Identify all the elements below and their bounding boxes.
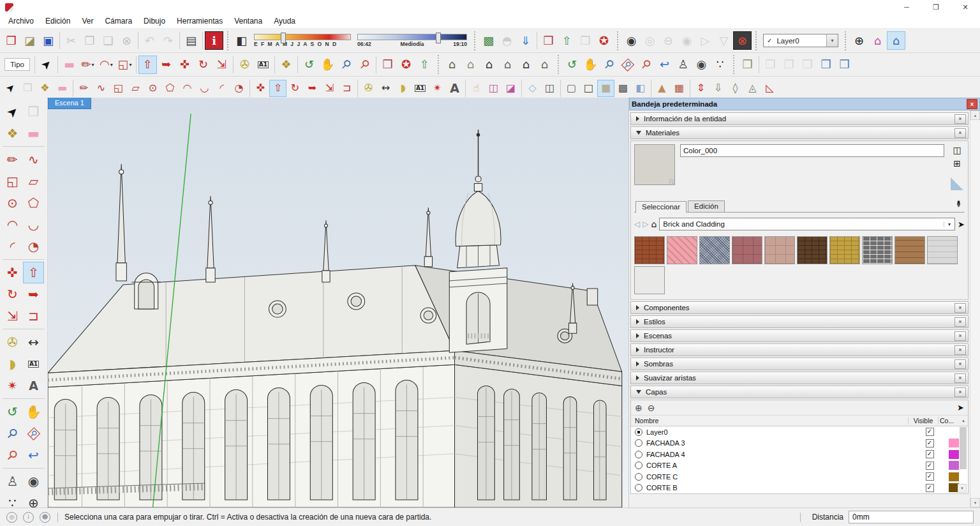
add-building-button[interactable]: ⇓: [516, 31, 535, 50]
menu-herramientas[interactable]: Herramientas: [171, 17, 228, 26]
section-close-button[interactable]: ×: [954, 373, 966, 383]
redo-button[interactable]: ↷: [159, 31, 177, 50]
minimize-button[interactable]: ─: [892, 0, 921, 14]
freehand-button[interactable]: ∿: [93, 80, 110, 97]
create-material-button[interactable]: ⊞: [953, 159, 961, 168]
tape-measure-button[interactable]: ✇: [235, 56, 254, 74]
tray-scrollbar[interactable]: ▲ ▼: [970, 110, 980, 507]
close-button[interactable]: ✕: [951, 0, 980, 14]
section-close-button[interactable]: ×: [954, 387, 966, 397]
layers-scroll-down-icon[interactable]: ▼: [958, 484, 967, 493]
section-header-scenes[interactable]: Escenas ×: [630, 329, 969, 342]
select-button[interactable]: ➤: [2, 101, 23, 123]
match-photo-off-button[interactable]: ⊗: [733, 31, 752, 50]
material-swatch-gray-stone-brick[interactable]: [862, 236, 893, 264]
layer-row[interactable]: CORTE A✓: [631, 460, 968, 472]
arc-button[interactable]: ◠▾: [97, 56, 115, 74]
remove-layer-button[interactable]: ⊖: [648, 403, 655, 413]
layer-visible-checkbox[interactable]: ✓: [926, 472, 934, 481]
paint-bucket-button[interactable]: ❖: [2, 123, 23, 144]
rectangle-button[interactable]: ◱▾: [115, 56, 134, 74]
erase-delete-button[interactable]: ⊗: [117, 31, 136, 50]
tray-scroll-down-icon[interactable]: ▼: [970, 498, 980, 507]
view-top-button[interactable]: ⌂: [461, 56, 480, 74]
layer-row[interactable]: FACHADA 3✓: [631, 438, 968, 449]
line-button[interactable]: ✏▾: [78, 56, 97, 74]
make-component-button[interactable]: ❒: [23, 101, 44, 123]
walk-button[interactable]: ∵: [711, 56, 729, 74]
layer-color-chip[interactable]: [949, 428, 959, 437]
rotated-rectangle-button[interactable]: ▱: [23, 170, 44, 192]
dropdown-arrow-icon[interactable]: ▾: [944, 222, 954, 227]
rotated-rectangle-button[interactable]: ▱: [127, 80, 144, 97]
act-frustum-volume-button[interactable]: ▽: [715, 31, 733, 50]
arc-button[interactable]: ◠: [2, 214, 23, 236]
style-wireframe-button[interactable]: ▢: [563, 80, 580, 97]
material-swatch-pink-paver-weave[interactable]: [667, 236, 697, 264]
layer-radio[interactable]: [635, 462, 642, 469]
solid-split-button[interactable]: ❒: [835, 56, 854, 74]
rectangle-button[interactable]: ◱: [2, 170, 23, 192]
make-component-button[interactable]: ❒: [19, 80, 36, 97]
open-model-button[interactable]: ◪: [20, 31, 39, 50]
shadow-date-slider[interactable]: E F M A M J J A S O N D: [254, 34, 351, 47]
layers-scroll-up-icon[interactable]: ▲: [959, 419, 968, 423]
solid-trim-button[interactable]: ❒: [817, 56, 835, 74]
material-swatch-dark-brown-brick[interactable]: [797, 236, 828, 264]
select-button[interactable]: ➤: [2, 80, 19, 97]
view-iso-button[interactable]: ⌂: [443, 56, 461, 74]
tray-close-button[interactable]: ×: [967, 99, 977, 109]
move-button[interactable]: ✜: [2, 262, 23, 283]
tray-scroll-up-icon[interactable]: ▲: [970, 110, 980, 120]
section-header-instructor[interactable]: Instructor ×: [630, 343, 969, 356]
material-swatch-gold-brick[interactable]: [829, 236, 860, 264]
section-header-styles[interactable]: Estilos ×: [630, 315, 969, 328]
layer-row[interactable]: FACHADA 4✓: [631, 449, 968, 460]
two-point-arc-button[interactable]: ◡: [196, 80, 213, 97]
layer-color-chip[interactable]: [949, 461, 959, 470]
follow-me-button[interactable]: ➥: [304, 80, 321, 97]
position-camera-button[interactable]: ♙: [2, 470, 23, 492]
extension-warehouse-button[interactable]: ✪: [397, 56, 415, 74]
material-swatch-mauve-pavers[interactable]: [732, 236, 762, 264]
tape-measure-button[interactable]: ✇: [2, 331, 23, 353]
layer-color-chip[interactable]: [949, 450, 959, 459]
display-section-planes-button[interactable]: ⌂: [868, 31, 887, 50]
drape-button[interactable]: ◊: [727, 80, 744, 97]
menu-dibujo[interactable]: Dibujo: [138, 17, 171, 26]
follow-me-button[interactable]: ➥: [157, 56, 175, 74]
pan-button[interactable]: ✋: [581, 56, 600, 74]
zoom-extents-button[interactable]: ⚲: [637, 56, 655, 74]
from-contours-button[interactable]: ▲: [653, 80, 671, 97]
help-info-icon[interactable]: i: [23, 512, 34, 523]
follow-me-button[interactable]: ➥: [23, 283, 44, 305]
menu-camara[interactable]: Cámara: [99, 17, 138, 26]
smoove-button[interactable]: ⇕: [692, 80, 709, 97]
two-point-arc-button[interactable]: ◡: [23, 214, 44, 236]
shadows-toggle-button[interactable]: ◧: [232, 31, 251, 50]
geolocation-status-icon[interactable]: ◎: [6, 512, 17, 523]
line-dropdown-caret[interactable]: ▾: [91, 62, 94, 68]
new-model-button[interactable]: ❒: [2, 31, 20, 50]
act-look-through-button[interactable]: ◎: [641, 31, 659, 50]
zoom-extents-button[interactable]: ⚲: [355, 56, 374, 74]
text-button[interactable]: A1: [23, 353, 44, 375]
distance-input[interactable]: [849, 511, 974, 523]
menu-ventana[interactable]: Ventana: [228, 17, 268, 26]
act-create-camera-button[interactable]: ◉: [622, 31, 641, 50]
section-header-layers[interactable]: Capas ×: [630, 386, 969, 398]
material-swatch-white-plaster[interactable]: [634, 266, 665, 294]
eraser-button[interactable]: ▬: [60, 56, 78, 74]
style-monochrome-button[interactable]: ◧: [632, 80, 649, 97]
tab-scene-1[interactable]: Escena 1: [48, 98, 91, 109]
section-header-shadows[interactable]: Sombras ×: [630, 357, 969, 370]
act-frustum-lines-button[interactable]: ▷: [696, 31, 715, 50]
view-left-button[interactable]: ⌂: [535, 56, 554, 74]
arc-button[interactable]: ◠: [179, 80, 196, 97]
zoom-previous-button[interactable]: ↩: [23, 444, 44, 466]
material-swatch-light-gray-siding[interactable]: [927, 236, 958, 264]
menu-ver[interactable]: Ver: [76, 17, 99, 26]
push-pull-button[interactable]: ⇧: [269, 80, 286, 97]
solid-subtract-button[interactable]: ❒: [798, 56, 817, 74]
push-pull-button[interactable]: ⇧: [138, 56, 157, 74]
